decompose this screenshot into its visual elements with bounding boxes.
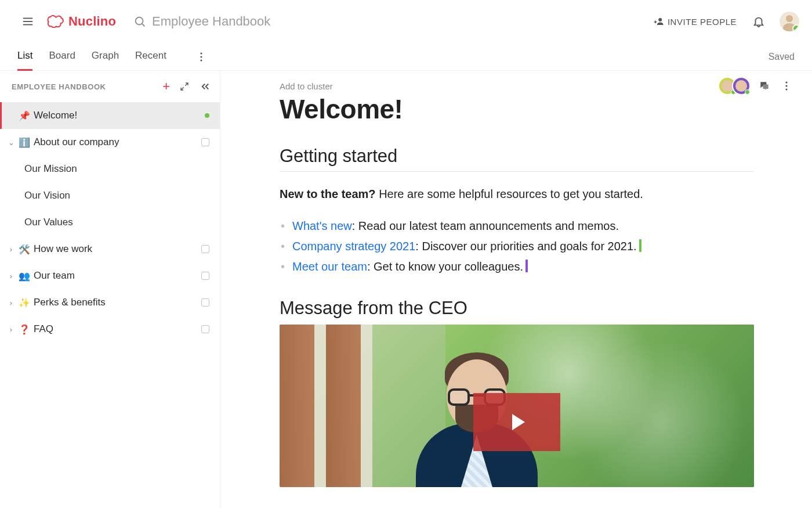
chevron-right-icon[interactable]: › [7,245,15,254]
tree-label: How we work [34,243,92,255]
notifications-button[interactable] [747,10,770,33]
heading-getting-started[interactable]: Getting started [280,146,754,172]
more-vertical-icon [785,81,788,91]
expand-icon [180,82,189,91]
tree-item-mission[interactable]: Our Mission [0,156,220,182]
tree-label: Our Mission [24,163,77,175]
tree-item-perks[interactable]: › ✨ Perks & benefits [0,289,220,316]
tools-icon: 🛠️ [19,244,30,255]
add-to-cluster-button[interactable]: Add to cluster [280,81,754,91]
cluster-badge [201,138,209,146]
invite-label: INVITE PEOPLE [668,17,737,27]
tree-item-faq[interactable]: › ❓ FAQ [0,316,220,343]
video-play-button[interactable] [473,393,560,451]
collaborator-cursor [639,239,641,252]
list-item[interactable]: Meet our team: Get to know your colleagu… [292,257,754,277]
link-company-strategy[interactable]: Company strategy 2021 [292,240,415,253]
tree-item-about[interactable]: ⌄ ℹ️ About our company [0,129,220,156]
svg-point-8 [200,52,202,54]
list-item[interactable]: Company strategy 2021: Discover our prio… [292,236,754,257]
list-text: : Discover our priorities and goals for … [415,240,636,253]
topbar: Nuclino INVITE PEOPLE [0,0,812,43]
sidebar-actions: + [162,80,212,93]
svg-line-4 [142,24,144,26]
video-background [280,325,396,487]
collaborator-avatar[interactable] [732,77,751,95]
sidebar-header: EMPLOYEE HANDBOOK + [0,71,220,102]
svg-point-15 [785,88,787,90]
people-icon: 👥 [19,271,30,282]
view-tabs: List Board Graph Recent [17,43,209,71]
tab-recent[interactable]: Recent [135,43,166,71]
sidebar: EMPLOYEE HANDBOOK + 📌 Welcome! ⌄ ℹ️ [0,71,220,508]
user-avatar[interactable] [780,12,799,31]
svg-line-11 [185,83,188,86]
chevron-right-icon[interactable]: › [7,325,15,334]
svg-line-12 [181,87,184,90]
chevron-right-icon[interactable]: › [7,298,15,307]
list-text: : Get to know your colleagues. [367,260,523,273]
tree-label: Our Vision [24,190,70,201]
tab-board[interactable]: Board [49,43,75,71]
sidebar-collapse-button[interactable] [199,80,212,93]
search-input[interactable] [152,14,442,29]
main: EMPLOYEE HANDBOOK + 📌 Welcome! ⌄ ℹ️ [0,71,812,508]
person-add-icon [654,16,664,27]
intro-paragraph[interactable]: New to the team? Here are some helpful r… [280,185,754,203]
tree-item-welcome[interactable]: 📌 Welcome! [0,102,220,129]
doc-more-button[interactable] [778,78,795,94]
document-pane: Add to cluster Welcome! Getting started … [220,71,812,508]
sparkle-icon: ✨ [19,297,30,308]
pin-icon: 📌 [19,110,30,121]
heading-ceo-message[interactable]: Message from the CEO [280,298,754,319]
intro-rest: Here are some helpful resources to get y… [376,188,643,200]
tabs-more-button[interactable] [193,49,209,65]
link-meet-team[interactable]: Meet our team [292,260,367,273]
svg-point-14 [785,85,787,87]
intro-strong: New to the team? [280,188,376,200]
ceo-video[interactable] [280,325,754,487]
view-tabs-row: List Board Graph Recent Saved [0,43,812,71]
tab-list[interactable]: List [17,43,32,71]
list-item[interactable]: What's new: Read our latest team announc… [292,216,754,236]
svg-point-3 [136,17,143,25]
chevron-right-icon[interactable]: › [7,272,15,280]
cluster-badge [201,325,209,333]
sidebar-title: EMPLOYEE HANDBOOK [12,82,106,91]
play-icon [505,410,528,434]
sidebar-expand-button[interactable] [178,80,191,93]
collaborators-bar [718,77,795,95]
tree-item-ourteam[interactable]: › 👥 Our team [0,262,220,289]
tree-item-vision[interactable]: Our Vision [0,182,220,209]
sidebar-add-button[interactable]: + [162,80,170,93]
collaborator-avatars [718,77,751,95]
tree-label: FAQ [34,323,53,335]
collaborator-cursor [525,260,528,272]
comments-button[interactable] [756,78,773,94]
menu-icon[interactable] [16,10,39,33]
tree-item-values[interactable]: Our Values [0,209,220,236]
invite-people-button[interactable]: INVITE PEOPLE [649,13,741,30]
tree-item-howwework[interactable]: › 🛠️ How we work [0,236,220,262]
tree-label: Our Values [24,217,73,228]
tree-label: Perks & benefits [34,297,106,308]
link-whats-new[interactable]: What's new [292,219,352,232]
cluster-badge [201,272,209,280]
resource-list: What's new: Read our latest team announc… [280,216,754,277]
more-vertical-icon [200,52,202,62]
document-title[interactable]: Welcome! [280,93,754,125]
tree-label: About our company [34,136,119,148]
info-icon: ℹ️ [19,137,30,148]
tab-graph[interactable]: Graph [92,43,119,71]
sidebar-tree: 📌 Welcome! ⌄ ℹ️ About our company Our Mi… [0,102,220,508]
chevron-down-icon[interactable]: ⌄ [7,138,15,147]
svg-marker-16 [512,414,525,430]
cluster-badge [201,245,209,253]
search-icon [133,15,146,28]
tree-label: Welcome! [34,110,77,121]
chevrons-left-icon [200,82,211,91]
app-logo[interactable]: Nuclino [46,14,116,29]
tree-label: Our team [34,270,75,282]
topbar-right: INVITE PEOPLE [649,10,799,33]
saved-status: Saved [768,52,795,62]
